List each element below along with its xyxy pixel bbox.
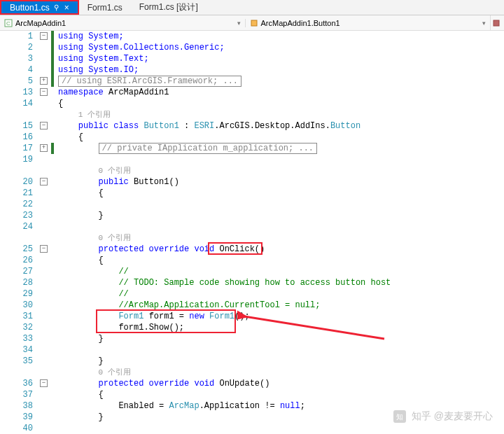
fold-toggle[interactable]: − (40, 379, 48, 387)
line-number (0, 367, 33, 378)
code-editor[interactable]: 1 2 3 4 5 13 14 15 16 17 19 20 21 22 23 … (0, 31, 504, 434)
line-number: 39 (0, 412, 33, 423)
line-number: 20 (0, 176, 33, 188)
line-number: 37 (0, 389, 33, 400)
collapsed-region[interactable]: // using ESRI.ArcGIS.Framework; ... (58, 76, 241, 87)
line-number: 17 (0, 143, 33, 154)
svg-text:知: 知 (396, 413, 403, 421)
line-number: 14 (0, 98, 33, 109)
line-number: 27 (0, 266, 33, 277)
line-number: 19 (0, 154, 33, 165)
class-icon (250, 19, 258, 27)
chevron-down-icon: ▾ (482, 20, 486, 27)
member-dropdown[interactable] (490, 15, 504, 30)
fold-toggle[interactable]: − (40, 32, 48, 40)
tab-label: Button1.cs (10, 3, 50, 13)
line-number: 1 (0, 31, 33, 42)
line-number: 40 (0, 423, 33, 434)
line-number (0, 109, 33, 120)
line-number: 5 (0, 76, 33, 87)
fold-toggle[interactable]: − (40, 88, 48, 96)
line-number: 33 (0, 333, 33, 344)
line-number: 23 (0, 210, 33, 221)
line-number: 26 (0, 255, 33, 266)
watermark: 知 知乎 @麦麦要开心 (393, 410, 493, 423)
code-area[interactable]: using System; using System.Collections.G… (55, 31, 504, 434)
line-number: 15 (0, 120, 33, 132)
line-number: 38 (0, 400, 33, 412)
line-number-gutter: 1 2 3 4 5 13 14 15 16 17 19 20 21 22 23 … (0, 31, 38, 434)
line-number: 30 (0, 300, 33, 311)
tab-form1-cs[interactable]: Form1.cs (79, 0, 131, 15)
fold-toggle[interactable]: − (40, 122, 48, 130)
project-name: ArcMapAddin1 (15, 19, 66, 27)
line-number: 24 (0, 221, 33, 232)
tab-form1-design[interactable]: Form1.cs [设计] (131, 0, 206, 15)
line-number: 22 (0, 199, 33, 210)
line-number (0, 232, 33, 244)
line-number: 28 (0, 277, 33, 288)
line-number: 13 (0, 87, 33, 98)
tab-label: Form1.cs [设计] (139, 1, 198, 13)
class-dropdown[interactable]: ArcMapAddin1.Button1 ▾ (246, 19, 491, 27)
line-number: 31 (0, 311, 33, 322)
line-number: 3 (0, 53, 33, 64)
line-number: 16 (0, 132, 33, 143)
line-number (0, 165, 33, 176)
codelens-references[interactable]: 0 个引用 (99, 167, 131, 175)
chevron-down-icon: ▾ (237, 20, 241, 27)
fold-toggle[interactable]: + (40, 77, 48, 85)
line-number: 25 (0, 244, 33, 255)
fold-toggle[interactable]: + (40, 144, 48, 152)
line-number: 35 (0, 356, 33, 367)
svg-rect-3 (493, 20, 499, 26)
collapsed-region[interactable]: // private IApplication m_application; .… (99, 143, 317, 154)
tab-button1-cs[interactable]: Button1.cs ⚲ × (0, 0, 79, 15)
fold-gutter: − + − − + − − − (38, 31, 51, 434)
close-icon[interactable]: × (64, 3, 69, 13)
svg-text:C: C (6, 20, 10, 27)
tab-label: Form1.cs (88, 3, 122, 13)
change-marker (51, 143, 54, 154)
line-number: 32 (0, 322, 33, 333)
zhihu-icon: 知 (393, 410, 406, 423)
svg-rect-2 (251, 20, 257, 26)
line-number: 2 (0, 42, 33, 53)
tab-bar: Button1.cs ⚲ × Form1.cs Form1.cs [设计] (0, 0, 504, 15)
method-icon (492, 19, 500, 27)
project-dropdown[interactable]: C ArcMapAddin1 ▾ (0, 19, 246, 27)
fold-toggle[interactable]: − (40, 245, 48, 253)
line-number: 29 (0, 288, 33, 300)
codelens-references[interactable]: 0 个引用 (99, 234, 131, 242)
watermark-text: 知乎 @麦麦要开心 (412, 410, 493, 423)
class-name: ArcMapAddin1.Button1 (261, 19, 340, 27)
codelens-references[interactable]: 0 个引用 (99, 368, 131, 377)
line-number: 21 (0, 188, 33, 199)
csharp-project-icon: C (4, 19, 13, 27)
line-number: 34 (0, 344, 33, 356)
codelens-references[interactable]: 1 个引用 (78, 111, 111, 119)
navigation-bar: C ArcMapAddin1 ▾ ArcMapAddin1.Button1 ▾ (0, 15, 504, 31)
line-number: 4 (0, 64, 33, 76)
change-marker (51, 31, 54, 87)
line-number: 36 (0, 378, 33, 389)
fold-toggle[interactable]: − (40, 178, 48, 186)
pin-icon[interactable]: ⚲ (54, 4, 59, 11)
